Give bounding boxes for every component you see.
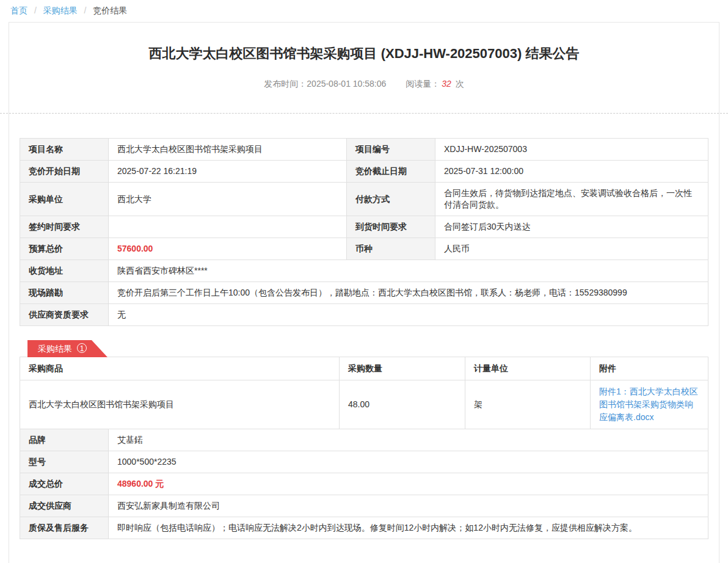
row-value: 合同签订后30天内送达 [435, 216, 708, 238]
warranty-value: 即时响应（包括电话响应）；电话响应无法解决2小时内到达现场。修复时间12小时内解… [109, 517, 708, 539]
row-label: 收货地址 [20, 260, 109, 282]
views-group: 阅读量：32 次 [406, 79, 464, 89]
row-label: 竞价开始日期 [20, 161, 109, 183]
procurement-result-badge: 采购结果1 [27, 340, 107, 357]
badge-count-circle: 1 [77, 343, 87, 353]
row-label: 竞价截止日期 [347, 161, 435, 183]
row-value: 西北大学 [109, 183, 347, 216]
product-unit: 架 [465, 380, 591, 429]
row-label: 品牌 [20, 429, 109, 451]
page-title: 西北大学太白校区图书馆书架采购项目 (XDJJ-HW-202507003) 结果… [9, 45, 719, 63]
row-label: 付款方式 [347, 183, 435, 216]
product-name: 西北大学太白校区图书馆书架采购项目 [20, 380, 340, 429]
row-label: 采购单位 [20, 183, 109, 216]
table-row: 预算总价 57600.00 币种 人民币 [20, 238, 708, 260]
product-row: 西北大学太白校区图书馆书架采购项目 48.00 架 附件1：西北大学太白校区图书… [20, 380, 708, 429]
attachment-link[interactable]: 附件1：西北大学太白校区图书馆书架采购货物类响应偏离表.docx [599, 385, 699, 424]
row-label: 项目名称 [20, 139, 109, 161]
breadcrumb-link-home[interactable]: 首页 [10, 5, 27, 15]
breadcrumb-current-bidding-results: 竞价结果 [93, 5, 127, 15]
row-value [109, 216, 347, 238]
breadcrumb-separator: / [84, 5, 87, 15]
breadcrumb: 首页 / 采购结果 / 竞价结果 [0, 0, 728, 22]
views-label: 阅读量： [406, 79, 440, 89]
announcement-meta: 发布时间：2025-08-01 10:58:06 阅读量：32 次 [9, 79, 719, 90]
row-label: 型号 [20, 451, 109, 473]
row-label: 签约时间要求 [20, 216, 109, 238]
table-row: 签约时间要求 到货时间要求 合同签订后30天内送达 [20, 216, 708, 238]
product-table-header-row: 采购商品 采购数量 计量单位 附件 [20, 357, 708, 380]
row-value: 竞价开启后第三个工作日上午10:00（包含公告发布日），踏勘地点：西北大学太白校… [109, 282, 708, 304]
row-value: 2025-07-31 12:00:00 [435, 161, 708, 183]
row-label: 预算总价 [20, 238, 109, 260]
row-value: 人民币 [435, 238, 708, 260]
row-label: 供应商资质要求 [20, 304, 109, 326]
table-row: 现场踏勘 竞价开启后第三个工作日上午10:00（包含公告发布日），踏勘地点：西北… [20, 282, 708, 304]
dashed-divider [0, 113, 728, 114]
row-label: 成交总价 [20, 473, 109, 495]
table-row: 成交总价 48960.00 元 [20, 473, 708, 495]
table-row: 收货地址 陕西省西安市碑林区**** [20, 260, 708, 282]
row-value: 西北大学太白校区图书馆书架采购项目 [109, 139, 347, 161]
views-unit: 次 [456, 79, 464, 89]
announcement-card: 西北大学太白校区图书馆书架采购项目 (XDJJ-HW-202507003) 结果… [9, 22, 719, 563]
table-row: 采购单位 西北大学 付款方式 合同生效后，待货物到达指定地点、安装调试验收合格后… [20, 183, 708, 216]
header-unit: 计量单位 [465, 357, 591, 380]
badge-label: 采购结果 [38, 344, 72, 354]
row-value: 陕西省西安市碑林区**** [109, 260, 708, 282]
breadcrumb-link-procurement-results[interactable]: 采购结果 [43, 5, 78, 15]
procurement-result-section: 采购结果1 采购商品 采购数量 计量单位 附件 西北大学太白校区图书馆书架采购项… [20, 340, 708, 539]
row-label: 现场踏勘 [20, 282, 109, 304]
product-quantity: 48.00 [340, 380, 465, 429]
row-label: 到货时间要求 [347, 216, 435, 238]
breadcrumb-separator: / [34, 5, 37, 15]
row-label: 项目编号 [347, 139, 435, 161]
table-row: 质保及售后服务 即时响应（包括电话响应）；电话响应无法解决2小时内到达现场。修复… [20, 517, 708, 539]
row-value: 合同生效后，待货物到达指定地点、安装调试验收合格后，一次性付清合同货款。 [435, 183, 708, 216]
publish-time-label: 发布时间： [264, 79, 307, 89]
header-product: 采购商品 [20, 357, 340, 380]
deal-price-value: 48960.00 元 [109, 473, 708, 495]
publish-time-value: 2025-08-01 10:58:06 [307, 79, 386, 89]
model-value: 1000*500*2235 [109, 451, 708, 473]
table-row: 项目名称 西北大学太白校区图书馆书架采购项目 项目编号 XDJJ-HW-2025… [20, 139, 708, 161]
publish-time-group: 发布时间：2025-08-01 10:58:06 [264, 79, 386, 89]
row-value: XDJJ-HW-202507003 [435, 139, 708, 161]
table-row: 供应商资质要求 无 [20, 304, 708, 326]
row-label: 成交供应商 [20, 495, 109, 517]
row-label: 质保及售后服务 [20, 517, 109, 539]
table-row: 成交供应商 西安弘新家具制造有限公司 [20, 495, 708, 517]
row-value: 2025-07-22 16:21:19 [109, 161, 347, 183]
header-attachment: 附件 [591, 357, 708, 380]
views-count: 32 [442, 79, 451, 89]
table-row: 品牌 艾基鍩 [20, 429, 708, 451]
supplier-value: 西安弘新家具制造有限公司 [109, 495, 708, 517]
header-quantity: 采购数量 [340, 357, 465, 380]
table-row: 竞价开始日期 2025-07-22 16:21:19 竞价截止日期 2025-0… [20, 161, 708, 183]
brand-value: 艾基鍩 [109, 429, 708, 451]
product-table: 采购商品 采购数量 计量单位 附件 西北大学太白校区图书馆书架采购项目 48.0… [20, 357, 708, 429]
project-info-table: 项目名称 西北大学太白校区图书馆书架采购项目 项目编号 XDJJ-HW-2025… [20, 138, 708, 326]
row-value: 无 [109, 304, 708, 326]
budget-total-value: 57600.00 [109, 238, 347, 260]
row-label: 币种 [347, 238, 435, 260]
result-detail-table: 品牌 艾基鍩 型号 1000*500*2235 成交总价 48960.00 元 … [20, 429, 708, 539]
table-row: 型号 1000*500*2235 [20, 451, 708, 473]
